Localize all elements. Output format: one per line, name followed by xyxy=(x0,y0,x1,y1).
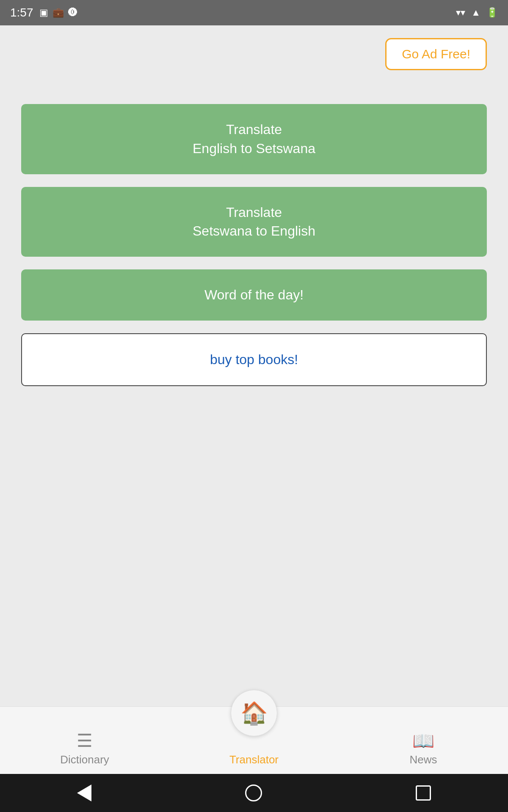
status-bar-left: 1:57 ▣ 💼 ⓿ xyxy=(10,6,77,19)
nav-item-dictionary[interactable]: ☰ Dictionary xyxy=(0,707,169,774)
p-icon: ⓿ xyxy=(68,7,77,18)
news-icon: 📖 xyxy=(412,732,434,750)
translator-circle: 🏠 xyxy=(231,690,277,736)
ad-free-row: Go Ad Free! xyxy=(21,38,487,70)
nav-item-news[interactable]: 📖 News xyxy=(339,707,508,774)
translate-english-setswana-line2: English to Setswana xyxy=(193,139,315,158)
status-bar-right: ▾▾ ▲ 🔋 xyxy=(456,7,498,18)
nav-label-news: News xyxy=(409,753,437,766)
translate-english-setswana-button[interactable]: Translate English to Setswana xyxy=(21,104,487,174)
sim-icon: ▣ xyxy=(39,7,48,18)
bottom-nav: ☰ Dictionary 🏠 Translator 📖 News xyxy=(0,706,508,774)
go-ad-free-button[interactable]: Go Ad Free! xyxy=(385,38,487,70)
nav-label-dictionary: Dictionary xyxy=(60,753,109,766)
translate-setswana-english-line2: Setswana to English xyxy=(193,222,315,241)
nav-label-translator: Translator xyxy=(229,753,279,766)
status-bar: 1:57 ▣ 💼 ⓿ ▾▾ ▲ 🔋 xyxy=(0,0,508,25)
recents-button[interactable] xyxy=(416,785,431,801)
home-icon: 🏠 xyxy=(240,700,268,726)
status-icons: ▣ 💼 ⓿ xyxy=(39,7,77,18)
word-of-day-button[interactable]: Word of the day! xyxy=(21,269,487,321)
status-time: 1:57 xyxy=(10,6,33,19)
dictionary-icon: ☰ xyxy=(77,732,93,750)
system-nav-bar xyxy=(0,774,508,812)
buy-top-books-label: buy top books! xyxy=(210,352,298,368)
wifi-icon: ▾▾ xyxy=(456,7,465,18)
translate-setswana-english-button[interactable]: Translate Setswana to English xyxy=(21,187,487,257)
battery-icon: 🔋 xyxy=(486,7,498,18)
back-button[interactable] xyxy=(77,785,91,801)
home-button[interactable] xyxy=(245,785,262,801)
signal-icon: ▲ xyxy=(471,7,480,18)
translate-english-setswana-line1: Translate xyxy=(226,120,282,139)
buy-top-books-button[interactable]: buy top books! xyxy=(21,333,487,386)
briefcase-icon: 💼 xyxy=(52,7,64,18)
nav-item-translator[interactable]: 🏠 Translator xyxy=(169,707,339,774)
word-of-day-label: Word of the day! xyxy=(204,287,304,303)
translate-setswana-english-line1: Translate xyxy=(226,203,282,222)
main-content: Go Ad Free! Translate English to Setswan… xyxy=(0,25,508,706)
